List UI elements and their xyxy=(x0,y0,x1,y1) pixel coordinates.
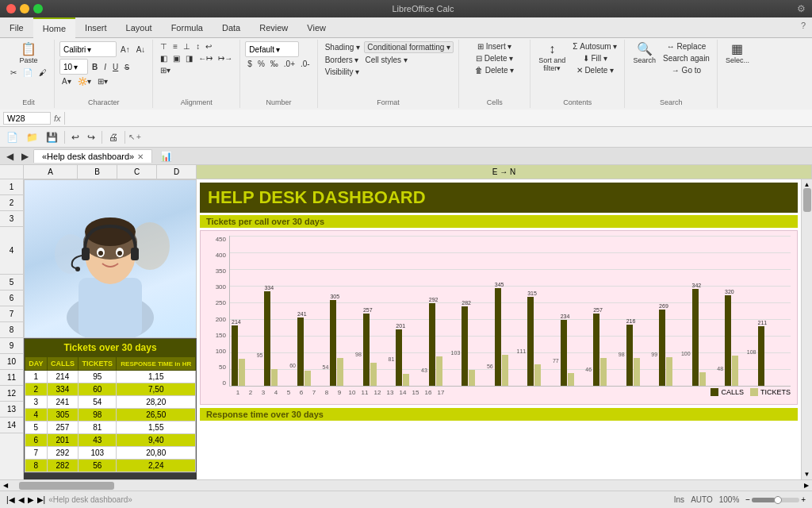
col-a[interactable]: A xyxy=(24,165,78,179)
row-4[interactable]: 4 xyxy=(0,227,23,275)
horizontal-scrollbar[interactable]: ◀ ▶ xyxy=(0,479,812,491)
scroll-thumb[interactable] xyxy=(803,188,811,212)
increase-decimal-button[interactable]: .0+ xyxy=(282,59,297,69)
row-3[interactable]: 3 xyxy=(0,211,23,227)
tab-formula[interactable]: Formula xyxy=(162,17,213,38)
wrap-text-button[interactable]: ↩ xyxy=(203,41,214,52)
search-again-button[interactable]: Search again xyxy=(661,53,712,64)
redo-button[interactable]: ↪ xyxy=(84,130,98,144)
col-c[interactable]: C xyxy=(117,165,157,179)
italic-button[interactable]: I xyxy=(102,62,109,72)
search-button[interactable]: 🔍 Search xyxy=(630,41,659,66)
row-6[interactable]: 6 xyxy=(0,291,23,306)
print-button[interactable]: 🖨 xyxy=(105,130,121,144)
row-5[interactable]: 5 xyxy=(0,275,23,291)
row-10[interactable]: 10 xyxy=(0,354,23,370)
row-13[interactable]: 13 xyxy=(0,402,23,418)
go-to-button[interactable]: → Go to xyxy=(661,65,712,75)
currency-button[interactable]: $ xyxy=(245,59,255,69)
tab-layout[interactable]: Layout xyxy=(117,17,162,38)
sort-filter-button[interactable]: ↕ Sort andfilter▾ xyxy=(535,41,569,75)
formula-input[interactable] xyxy=(68,114,809,123)
align-left-button[interactable]: ◧ xyxy=(158,53,170,64)
scroll-right-button[interactable]: ▶ xyxy=(801,480,812,491)
delete3-button[interactable]: ✕ Delete ▾ xyxy=(570,65,619,75)
cut-button[interactable]: ✂ xyxy=(8,67,19,78)
scroll-up-button[interactable]: ▲ xyxy=(804,181,810,188)
open-button[interactable]: 📁 xyxy=(23,130,41,144)
insert-button[interactable]: ⊞ Insert ▾ xyxy=(473,41,516,52)
font-size-dropdown[interactable]: 10 ▾ xyxy=(59,59,88,75)
percent-button[interactable]: % xyxy=(255,59,267,69)
zoom-out-button[interactable]: − xyxy=(745,495,750,504)
col-d[interactable]: D xyxy=(157,165,197,179)
nav-first-button[interactable]: |◀ xyxy=(6,495,15,504)
select-button[interactable]: ▦ Selec... xyxy=(722,41,753,66)
zoom-in-button[interactable]: + xyxy=(801,495,806,504)
nav-last-button[interactable]: ▶| xyxy=(37,495,46,504)
align-top-button[interactable]: ⊤ xyxy=(158,41,170,52)
scroll-left-button[interactable]: ◀ xyxy=(0,480,11,491)
autosum-button[interactable]: Σ Autosum ▾ xyxy=(570,41,619,52)
h-scroll-thumb[interactable] xyxy=(19,482,114,490)
underline-button[interactable]: U xyxy=(110,62,121,72)
shading-button[interactable]: Shading ▾ xyxy=(323,42,362,52)
row-7[interactable]: 7 xyxy=(0,306,23,322)
add-sheet-button[interactable]: 📊 xyxy=(157,149,175,164)
paste-button[interactable]: 📋 Paste xyxy=(16,41,40,66)
cell-reference[interactable] xyxy=(3,112,51,125)
minimize-button[interactable] xyxy=(20,4,29,13)
row-11[interactable]: 11 xyxy=(0,370,23,386)
col-e-plus[interactable]: E → N xyxy=(197,165,812,179)
strikethrough-button[interactable]: S̶ xyxy=(122,62,132,72)
tab-review[interactable]: Review xyxy=(250,17,297,38)
copy-button[interactable]: 📄 xyxy=(21,67,35,78)
save-button[interactable]: 💾 xyxy=(43,130,61,144)
delete-button[interactable]: ⊟ Delete ▾ xyxy=(473,53,516,64)
row-8[interactable]: 8 xyxy=(0,322,23,338)
replace-button[interactable]: ↔ Replace xyxy=(661,41,712,52)
format-painter-button[interactable]: 🖌 xyxy=(36,67,49,78)
align-center-button[interactable]: ▣ xyxy=(170,53,182,64)
close-button[interactable] xyxy=(6,4,16,13)
fill-button[interactable]: ⬇ Fill ▾ xyxy=(570,53,619,64)
row-2[interactable]: 2 xyxy=(0,195,23,211)
bold-button[interactable]: B xyxy=(90,62,100,72)
scroll-tabs-left[interactable]: ◀ xyxy=(3,149,17,164)
tab-insert[interactable]: Insert xyxy=(75,17,117,38)
scroll-tabs-right[interactable]: ▶ xyxy=(18,149,32,164)
scroll-down-button[interactable]: ▼ xyxy=(804,471,810,478)
nav-next-button[interactable]: ▶ xyxy=(28,495,34,504)
nav-prev-button[interactable]: ◀ xyxy=(18,495,25,504)
decrease-decimal-button[interactable]: .0- xyxy=(298,59,312,69)
font-down-button[interactable]: A↓ xyxy=(134,44,148,55)
font-up-button[interactable]: A↑ xyxy=(118,44,132,55)
tab-home[interactable]: Home xyxy=(33,17,75,38)
align-right-button[interactable]: ◨ xyxy=(183,53,195,64)
indent-right-button[interactable]: ↦→ xyxy=(216,53,235,64)
sheet-tab-close[interactable]: ✕ xyxy=(137,152,144,161)
row-1[interactable]: 1 xyxy=(0,179,23,195)
thousands-button[interactable]: ‰ xyxy=(268,59,281,69)
borders-button[interactable]: Borders ▾ xyxy=(323,55,362,65)
conditional-formatting-button[interactable]: Conditional formatting ▾ xyxy=(364,41,454,53)
row-14[interactable]: 14 xyxy=(0,418,23,433)
cell-styles-button[interactable]: Cell styles ▾ xyxy=(362,55,409,65)
zoom-thumb[interactable] xyxy=(774,496,782,504)
number-format-dropdown[interactable]: Default▾ xyxy=(245,41,299,57)
zoom-slider[interactable] xyxy=(752,498,799,502)
merge-cells-button[interactable]: ⊞▾ xyxy=(158,65,173,75)
maximize-button[interactable] xyxy=(33,4,43,13)
row-12[interactable]: 12 xyxy=(0,386,23,402)
undo-button[interactable]: ↩ xyxy=(68,130,82,144)
col-b[interactable]: B xyxy=(78,165,117,179)
vertical-scrollbar[interactable]: ▲ ▼ xyxy=(801,179,812,479)
align-bottom-button[interactable]: ⊥ xyxy=(181,41,193,52)
new-button[interactable]: 📄 xyxy=(3,130,21,144)
bg-color-button[interactable]: 🔆▾ xyxy=(75,76,94,87)
delete2-button[interactable]: 🗑 Delete ▾ xyxy=(473,65,516,75)
help-icon[interactable]: ? xyxy=(795,17,812,37)
text-direction-button[interactable]: ↕ xyxy=(193,41,202,52)
font-color-button[interactable]: A▾ xyxy=(59,76,74,87)
align-middle-button[interactable]: ≡ xyxy=(170,41,180,52)
